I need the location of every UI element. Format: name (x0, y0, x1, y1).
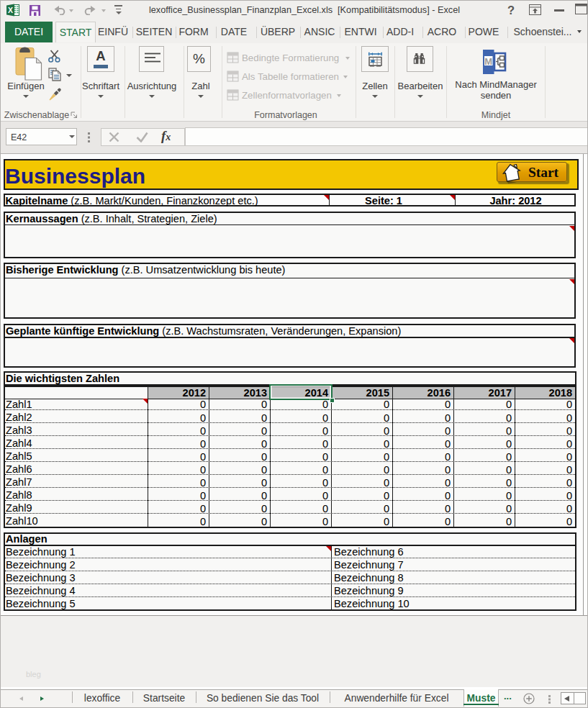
svg-text:M: M (484, 56, 492, 67)
svg-text:?: ? (507, 4, 515, 17)
